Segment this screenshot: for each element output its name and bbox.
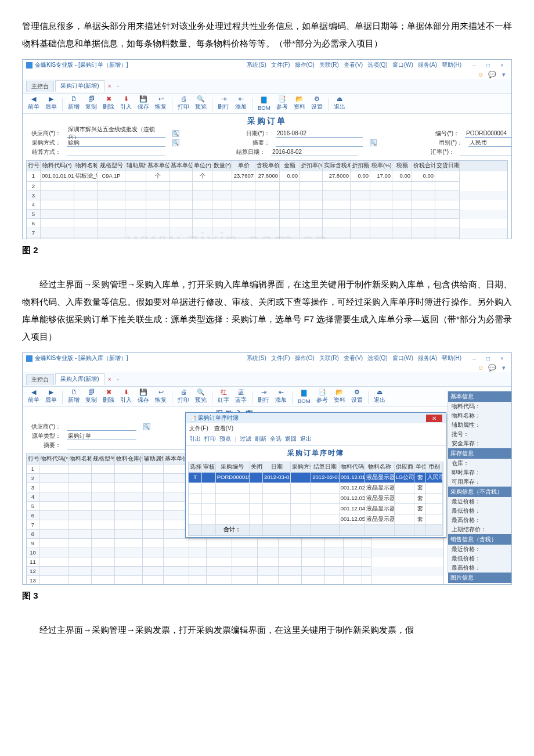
cell[interactable] xyxy=(392,210,412,219)
cell[interactable]: 7 xyxy=(27,228,41,237)
cell[interactable] xyxy=(426,494,443,504)
cell[interactable] xyxy=(169,228,193,237)
cell[interactable] xyxy=(351,182,370,191)
cell[interactable]: 液晶显示器 xyxy=(365,483,394,494)
cell[interactable] xyxy=(255,219,280,228)
cell[interactable] xyxy=(216,494,250,504)
cell[interactable]: 4 xyxy=(27,200,41,210)
cell[interactable] xyxy=(115,492,143,502)
cell[interactable] xyxy=(146,210,169,219)
cell[interactable] xyxy=(189,504,202,514)
cell[interactable] xyxy=(362,567,371,576)
tb-new[interactable]: 🗋新增 xyxy=(66,388,81,404)
cell[interactable] xyxy=(258,548,279,557)
menu-window[interactable]: 窗口(W) xyxy=(392,61,413,69)
menubar[interactable]: 系统(S) 文件(F) 操作(O) 关联(R) 查看(V) 选项(Q) 窗口(W… xyxy=(247,61,461,69)
lookup-icon[interactable]: 🔍 xyxy=(172,130,179,137)
cell[interactable] xyxy=(125,191,146,200)
cell[interactable] xyxy=(143,492,164,502)
cell[interactable] xyxy=(68,530,92,539)
cell[interactable] xyxy=(302,567,325,576)
cell[interactable]: 套 xyxy=(414,514,425,525)
cell[interactable] xyxy=(92,557,115,567)
window-controls[interactable]: – □ × xyxy=(468,62,508,69)
cell[interactable] xyxy=(280,210,300,219)
cell[interactable] xyxy=(426,504,443,514)
cell[interactable] xyxy=(74,182,98,191)
cell[interactable] xyxy=(143,483,164,492)
chat-icon[interactable]: 💬 xyxy=(488,363,496,372)
cell[interactable] xyxy=(351,219,370,228)
tb-ref[interactable]: 📑参考 xyxy=(275,95,290,111)
cell[interactable] xyxy=(189,548,207,557)
cell[interactable] xyxy=(68,474,92,483)
cell[interactable] xyxy=(143,576,164,585)
cell[interactable] xyxy=(351,191,370,200)
cell[interactable] xyxy=(255,228,280,237)
cell[interactable] xyxy=(189,514,202,525)
tab-add-icon[interactable]: ◦ xyxy=(115,376,122,383)
tab-purchase-order[interactable]: 采购订单(新增) xyxy=(55,80,104,92)
cell[interactable] xyxy=(125,228,146,237)
tb-restore[interactable]: ↩恢复 xyxy=(153,95,168,111)
cell[interactable] xyxy=(68,492,92,502)
lookup-icon[interactable]: 🔍 xyxy=(143,423,150,430)
cell[interactable] xyxy=(98,210,125,219)
cell[interactable]: 套 xyxy=(414,504,425,514)
cell[interactable] xyxy=(280,191,300,200)
cell[interactable] xyxy=(323,237,351,239)
cell[interactable] xyxy=(232,228,255,237)
cell[interactable]: 个 xyxy=(146,171,169,182)
cell[interactable] xyxy=(202,483,215,494)
menu-window[interactable]: 窗口(W) xyxy=(392,354,413,362)
cell[interactable] xyxy=(216,514,250,525)
cell[interactable] xyxy=(370,191,392,200)
cell[interactable] xyxy=(39,492,68,502)
tb-print[interactable]: 🖨打印 xyxy=(176,95,191,111)
cell[interactable] xyxy=(412,210,435,219)
cell[interactable] xyxy=(143,567,164,576)
cell[interactable] xyxy=(395,494,415,504)
menu-service[interactable]: 服务(A) xyxy=(418,354,437,362)
close-icon[interactable]: × xyxy=(496,355,508,362)
cell[interactable] xyxy=(279,557,302,567)
cell[interactable] xyxy=(280,228,300,237)
maximize-icon[interactable]: □ xyxy=(482,355,494,362)
cell[interactable]: 套 xyxy=(414,494,425,504)
cell[interactable] xyxy=(193,237,212,239)
cell[interactable]: 0.00 xyxy=(280,171,300,182)
menu-help[interactable]: 帮助(H) xyxy=(442,61,461,69)
cell[interactable] xyxy=(395,483,415,494)
cell[interactable] xyxy=(169,237,193,239)
cell[interactable] xyxy=(263,494,291,504)
cell[interactable] xyxy=(98,191,125,200)
tb-settings[interactable]: ⚙设置 xyxy=(309,95,324,111)
cell[interactable] xyxy=(143,530,164,539)
tb-preview[interactable]: 🔍预览 xyxy=(193,388,208,404)
cell[interactable] xyxy=(39,502,68,511)
cell[interactable] xyxy=(115,511,143,520)
cell[interactable] xyxy=(258,567,279,576)
tab-add-icon[interactable]: ◦ xyxy=(115,83,122,89)
cell[interactable] xyxy=(68,483,92,492)
cell[interactable] xyxy=(143,465,164,474)
cell[interactable] xyxy=(300,200,323,210)
tb-blue[interactable]: 蓝蓝字 xyxy=(233,388,248,404)
cell[interactable] xyxy=(300,228,323,237)
cell[interactable] xyxy=(164,548,189,557)
no-field[interactable]: POORD000004 xyxy=(465,129,512,138)
cell[interactable]: 23.7607 xyxy=(232,171,255,182)
cell[interactable] xyxy=(351,210,370,219)
cell[interactable] xyxy=(207,548,232,557)
cell[interactable] xyxy=(426,525,443,535)
cell[interactable] xyxy=(39,511,68,520)
cell[interactable] xyxy=(125,219,146,228)
cell[interactable]: 5 xyxy=(27,210,41,219)
mode-field[interactable]: 赊购 xyxy=(67,139,165,147)
cell[interactable]: 001.01.01.01 xyxy=(41,171,74,182)
cell[interactable]: 17.00 xyxy=(370,171,392,182)
supplier-field[interactable]: 深圳市辉兴达五金线缆批发（连锁店） xyxy=(67,129,165,138)
menu-system[interactable]: 系统(S) xyxy=(247,354,266,362)
cell[interactable] xyxy=(143,539,164,548)
menubar[interactable]: 系统(S) 文件(F) 操作(O) 关联(R) 查看(V) 选项(Q) 窗口(W… xyxy=(247,354,461,362)
